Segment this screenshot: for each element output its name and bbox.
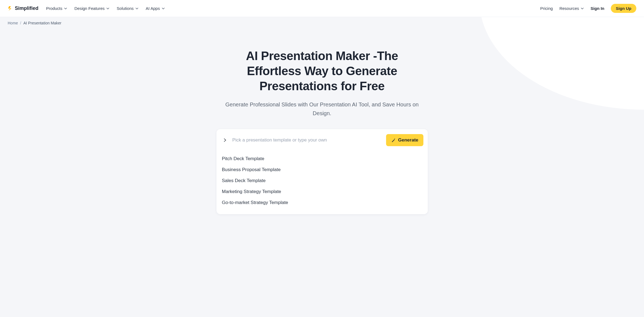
breadcrumb: Home / AI Presentation Maker [0,17,644,29]
breadcrumb-sep: / [20,21,21,25]
chevron-down-icon [162,7,165,10]
chevron-right-icon [222,137,228,143]
chevron-down-icon [106,7,109,10]
hero: AI Presentation Maker -The Effortless Wa… [215,48,429,118]
chevron-down-icon [581,7,584,10]
main-nav: Products Design Features Solutions AI Ap… [46,6,165,11]
page-subtitle: Generate Professional Slides with Our Pr… [221,100,424,118]
nav-label: Resources [559,6,579,11]
nav-pricing[interactable]: Pricing [540,6,553,11]
template-item[interactable]: Go-to-market Strategy Template [221,197,423,208]
chevron-down-icon [64,7,67,10]
template-item[interactable]: Pitch Deck Template [221,153,423,164]
nav-label: AI Apps [146,6,160,11]
wand-icon [391,138,396,143]
logo-mark-icon [8,6,13,11]
template-item[interactable]: Business Proposal Template [221,164,423,175]
generate-label: Generate [398,137,418,143]
nav-products[interactable]: Products [46,6,67,11]
logo-text: Simplified [15,5,38,11]
template-item[interactable]: Marketing Strategy Template [221,186,423,197]
nav-solutions[interactable]: Solutions [117,6,139,11]
nav-label: Products [46,6,62,11]
sign-in-link[interactable]: Sign In [590,6,604,11]
header: Simplified Products Design Features Solu… [0,0,644,17]
nav-label: Design Features [74,6,105,11]
chevron-down-icon [135,7,139,10]
nav-ai-apps[interactable]: AI Apps [146,6,165,11]
nav-label: Solutions [117,6,134,11]
page-title: AI Presentation Maker -The Effortless Wa… [221,48,424,94]
nav-resources[interactable]: Resources [559,6,584,11]
breadcrumb-current: AI Presentation Maker [23,21,61,25]
sign-up-button[interactable]: Sign Up [611,4,636,13]
generate-button[interactable]: Generate [386,134,423,146]
nav-design-features[interactable]: Design Features [74,6,109,11]
header-left: Simplified Products Design Features Solu… [8,5,165,11]
header-right: Pricing Resources Sign In Sign Up [540,4,636,13]
logo[interactable]: Simplified [8,5,38,11]
template-item[interactable]: Sales Deck Template [221,175,423,186]
prompt-input[interactable] [231,135,383,146]
template-list: Pitch Deck Template Business Proposal Te… [221,153,423,208]
breadcrumb-home[interactable]: Home [8,21,18,25]
prompt-row: Generate [221,134,423,146]
prompt-card: Generate Pitch Deck Template Business Pr… [216,129,428,214]
